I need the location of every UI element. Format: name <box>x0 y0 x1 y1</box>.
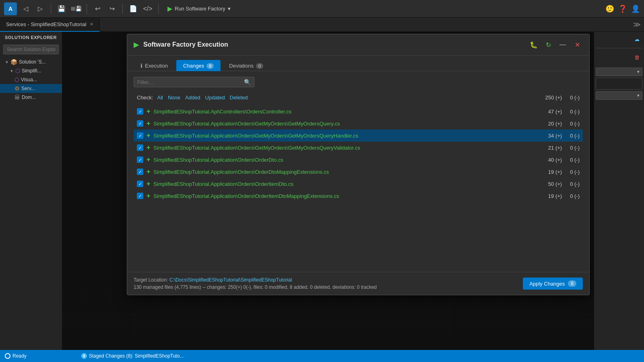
save-all-button[interactable]: ⊞💾 <box>70 3 82 14</box>
file-count-plus-5: 19 (+) <box>548 169 562 175</box>
right-panel: ☁ 🗑 ▾ ▾ <box>594 32 644 350</box>
modal-tabs: ℹ Execution Changes 8 Deviations 0 <box>127 56 589 71</box>
file-checkbox-3[interactable]: ✓ <box>137 144 143 151</box>
file-counts-2: 34 (+) 0 (-) <box>548 133 580 139</box>
file-count-plus-7: 19 (+) <box>548 193 562 199</box>
refresh-button[interactable]: ↻ <box>543 39 554 50</box>
emoji-icon[interactable]: 🙂 <box>605 4 614 13</box>
target-location-label: Target Location: <box>134 277 168 283</box>
file-row[interactable]: ✓ + SimplifiedEShopTutorial.Application\… <box>134 142 583 154</box>
status-ready: Ready <box>5 353 27 359</box>
tab-deviations[interactable]: Deviations 0 <box>222 60 270 71</box>
tab-changes[interactable]: Changes 8 <box>176 60 221 71</box>
total-added-count: 250 (+) <box>545 95 562 101</box>
tab-close-icon[interactable]: ✕ <box>90 22 93 27</box>
file-row[interactable]: ✓ + SimplifiedEShopTutorial.Api\Controll… <box>134 105 583 117</box>
status-staged-changes[interactable]: ℹ Staged Changes (8): SimplifiedEShopTut… <box>81 353 184 359</box>
tree-item-services[interactable]: ⚙ Serv... <box>0 84 62 93</box>
check-all-link[interactable]: All <box>157 95 163 101</box>
file-stats: 130 managed files (4,775 lines) -- chang… <box>134 284 377 290</box>
separator-4 <box>158 4 159 14</box>
check-added-link[interactable]: Added <box>185 95 200 101</box>
modal-header-actions: 🐛 ↻ — ✕ <box>528 39 583 50</box>
file-name-5: SimplifiedEShopTutorial.Application\Orde… <box>153 169 545 175</box>
project-icon: ⬡ <box>15 68 20 74</box>
tree-item-domain[interactable]: 🏛 Dom... <box>0 93 62 102</box>
file-row[interactable]: ✓ + SimplifiedEShopTutorial.Application\… <box>134 190 583 202</box>
save-button[interactable]: 💾 <box>56 3 67 14</box>
file-checkbox-4[interactable]: ✓ <box>137 156 143 163</box>
modal-footer-row: Target Location: C:\Docs\SimplifiedEShop… <box>134 277 583 290</box>
file-plus-icon-2: + <box>147 132 150 139</box>
file-checkbox-1[interactable]: ✓ <box>137 120 143 127</box>
file-row[interactable]: ✓ + SimplifiedEShopTutorial.Application\… <box>134 178 583 190</box>
tree-item-simplified[interactable]: ▼ ⬡ Simplifi... <box>0 66 62 75</box>
expand-icon: ▼ <box>10 69 14 73</box>
back-button[interactable]: ◁ <box>20 3 31 14</box>
modal-title-play-icon: ▶ <box>134 40 139 49</box>
file-plus-icon-6: + <box>147 180 150 187</box>
staged-dot-icon: ℹ <box>81 353 87 359</box>
run-dropdown-icon: ▾ <box>228 6 231 12</box>
undo-button[interactable]: ↩ <box>92 3 103 14</box>
text-area-mini <box>596 78 642 90</box>
file-checkbox-6[interactable]: ✓ <box>137 181 143 187</box>
file-checkbox-0[interactable]: ✓ <box>137 108 143 115</box>
file-checkbox-2[interactable]: ✓ <box>137 132 143 139</box>
file-count-plus-0: 47 (+) <box>548 109 562 115</box>
expand-icon: ▼ <box>5 60 9 64</box>
file-checkbox-5[interactable]: ✓ <box>137 169 143 175</box>
tab-services[interactable]: Services - SimplifiedEShopTutorial ✕ <box>0 18 100 32</box>
forward-button[interactable]: ▷ <box>35 3 46 14</box>
code-button[interactable]: </> <box>142 3 153 14</box>
file-count-plus-6: 50 (+) <box>548 181 562 187</box>
dropdown-1[interactable]: ▾ <box>596 68 642 76</box>
file-name-6: SimplifiedEShopTutorial.Application\Orde… <box>153 181 545 187</box>
check-none-link[interactable]: None <box>168 95 180 101</box>
modal-header: ▶ Software Factory Execution 🐛 ↻ — ✕ <box>127 34 589 56</box>
sidebar-title: Solution Explorer <box>0 32 62 43</box>
tab-execution[interactable]: ℹ Execution <box>134 60 175 71</box>
sidebar-search-input[interactable] <box>3 45 59 54</box>
file-count-minus-6: 0 (-) <box>570 181 580 187</box>
file-row[interactable]: ✓ + SimplifiedEShopTutorial.Application\… <box>134 154 583 166</box>
file-counts-5: 19 (+) 0 (-) <box>548 169 580 175</box>
chevron-down-icon: ▾ <box>637 69 640 74</box>
tree-item-solution[interactable]: ▼ 📦 Solution 'S... <box>0 58 62 66</box>
run-software-factory-button[interactable]: ▶ Run Software Factory ▾ <box>163 3 235 14</box>
file-count-plus-3: 21 (+) <box>548 145 562 151</box>
total-removed-count: 0 (-) <box>570 95 580 101</box>
bug-button[interactable]: 🐛 <box>528 39 539 50</box>
account-icon[interactable]: 👤 <box>631 4 640 13</box>
modal-overlay: ▶ Software Factory Execution 🐛 ↻ — ✕ ℹ E… <box>62 32 594 350</box>
redo-button[interactable]: ↪ <box>106 3 118 14</box>
solution-label: Solution 'S... <box>19 59 59 65</box>
minimize-button[interactable]: — <box>557 39 568 50</box>
tab-add-button[interactable]: ≫ <box>630 18 644 32</box>
toolbar-right-actions: 🙂 ❓ 👤 <box>605 4 640 13</box>
tree-item-visual[interactable]: ⬡ Visua... <box>0 75 62 84</box>
check-updated-link[interactable]: Updated <box>205 95 225 101</box>
close-button[interactable]: ✕ <box>572 39 583 50</box>
software-factory-modal: ▶ Software Factory Execution 🐛 ↻ — ✕ ℹ E… <box>127 34 590 295</box>
dropdown-2[interactable]: ▾ <box>596 91 642 100</box>
file-row[interactable]: ✓ + SimplifiedEShopTutorial.Application\… <box>134 130 583 142</box>
target-location-path[interactable]: C:\Docs\SimplifiedEShopTutorial\Simplifi… <box>169 277 292 283</box>
cloud-icon[interactable]: ☁ <box>631 33 642 45</box>
run-btn-label: Run Software Factory <box>175 6 225 12</box>
file-row[interactable]: ✓ + SimplifiedEShopTutorial.Application\… <box>134 166 583 178</box>
check-deleted-link[interactable]: Deleted <box>230 95 248 101</box>
file-plus-icon-1: + <box>147 120 150 127</box>
check-counts: 250 (+) 0 (-) <box>545 95 580 101</box>
filter-input[interactable] <box>137 79 242 85</box>
file-count-minus-4: 0 (-) <box>570 157 580 163</box>
file-count-minus-3: 0 (-) <box>570 145 580 151</box>
file-name-1: SimplifiedEShopTutorial.Application\Orde… <box>153 121 545 127</box>
changes-tab-label: Changes <box>183 63 204 69</box>
help-icon[interactable]: ❓ <box>618 4 627 13</box>
apply-changes-button[interactable]: Apply Changes 8 <box>523 278 583 290</box>
trash-icon[interactable]: 🗑 <box>631 51 642 63</box>
new-file-button[interactable]: 📄 <box>128 3 139 14</box>
file-checkbox-7[interactable]: ✓ <box>137 193 143 199</box>
file-row[interactable]: ✓ + SimplifiedEShopTutorial.Application\… <box>134 117 583 130</box>
